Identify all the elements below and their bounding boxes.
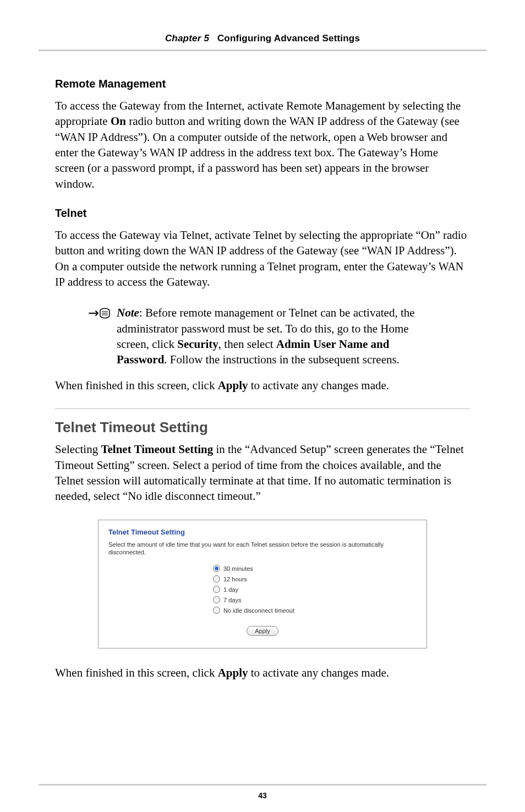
text: to activate any changes made. <box>248 379 390 392</box>
bold-apply: Apply <box>218 379 248 392</box>
radio-group: 30 minutes 12 hours 1 day 7 days No idle… <box>213 565 417 614</box>
note-label: Note <box>117 306 139 319</box>
radio-option-12-hours[interactable]: 12 hours <box>213 575 417 582</box>
paragraph-apply-2: When finished in this screen, click Appl… <box>55 665 470 680</box>
bold-telnet-timeout: Telnet Timeout Setting <box>101 443 213 456</box>
radio-label: No idle disconnect timeout <box>223 607 294 614</box>
radio-icon <box>213 596 220 603</box>
heading-telnet-timeout: Telnet Timeout Setting <box>55 419 470 436</box>
footer-rule <box>39 784 486 786</box>
text: . Follow the instructions in the subsequ… <box>164 353 400 366</box>
section-rule <box>55 408 470 409</box>
smallcaps-wan-ip: WAN IP <box>289 115 327 127</box>
text: to activate any changes made. <box>248 666 390 679</box>
paragraph-telnet: To access the Gateway via Telnet, activa… <box>55 227 470 290</box>
telnet-timeout-panel: Telnet Timeout Setting Select the amount… <box>98 520 427 649</box>
panel-description: Select the amount of idle time that you … <box>108 541 417 557</box>
page-number: 43 <box>0 791 525 800</box>
chapter-label: Chapter 5 <box>165 33 209 43</box>
smallcaps-wan-ip: WAN IP <box>150 146 187 159</box>
radio-option-7-days[interactable]: 7 days <box>213 596 417 603</box>
bold-security: Security <box>177 337 218 351</box>
smallcaps-wan-ip: WAN IP <box>367 244 404 257</box>
text: , then select <box>218 337 276 351</box>
chapter-title: Configuring Advanced Settings <box>217 33 360 43</box>
apply-button[interactable]: Apply <box>247 626 278 636</box>
radio-option-1-day[interactable]: 1 day <box>213 586 417 593</box>
text: When finished in this screen, click <box>55 379 218 392</box>
radio-option-30-minutes[interactable]: 30 minutes <box>213 565 417 572</box>
note-text: Note: Before remote management or Telnet… <box>117 305 437 367</box>
smallcaps-wan-ip: WAN IP <box>60 131 97 143</box>
radio-icon <box>213 586 220 593</box>
heading-telnet: Telnet <box>55 207 470 220</box>
radio-label: 30 minutes <box>223 565 253 572</box>
note-block: Note: Before remote management or Telnet… <box>88 305 437 367</box>
header-rule <box>39 50 486 51</box>
bold-on: On <box>111 115 126 128</box>
radio-label: 1 day <box>223 586 238 593</box>
text: When finished in this screen, click <box>55 666 218 679</box>
text: radio button and writing down the <box>126 115 289 128</box>
smallcaps-wan-ip: WAN IP <box>189 244 226 257</box>
radio-label: 12 hours <box>223 576 247 582</box>
bold-apply: Apply <box>218 666 248 679</box>
note-icon <box>88 306 112 323</box>
paragraph-telnet-timeout: Selecting Telnet Timeout Setting in the … <box>55 442 470 504</box>
text: address of the Gateway (see “ <box>227 244 367 257</box>
radio-label: 7 days <box>223 597 241 603</box>
text: Selecting <box>55 443 101 456</box>
paragraph-apply-1: When finished in this screen, click Appl… <box>55 378 470 393</box>
running-head: Chapter 5 Configuring Advanced Settings <box>55 33 470 44</box>
paragraph-remote-management: To access the Gateway from the Internet,… <box>55 98 470 192</box>
radio-option-no-timeout[interactable]: No idle disconnect timeout <box>213 607 417 614</box>
panel-title: Telnet Timeout Setting <box>108 528 417 536</box>
radio-icon <box>213 607 220 614</box>
radio-icon <box>213 575 220 582</box>
heading-remote-management: Remote Management <box>55 78 470 90</box>
radio-icon <box>213 565 220 572</box>
text: address to access the Gateway. <box>65 275 210 288</box>
